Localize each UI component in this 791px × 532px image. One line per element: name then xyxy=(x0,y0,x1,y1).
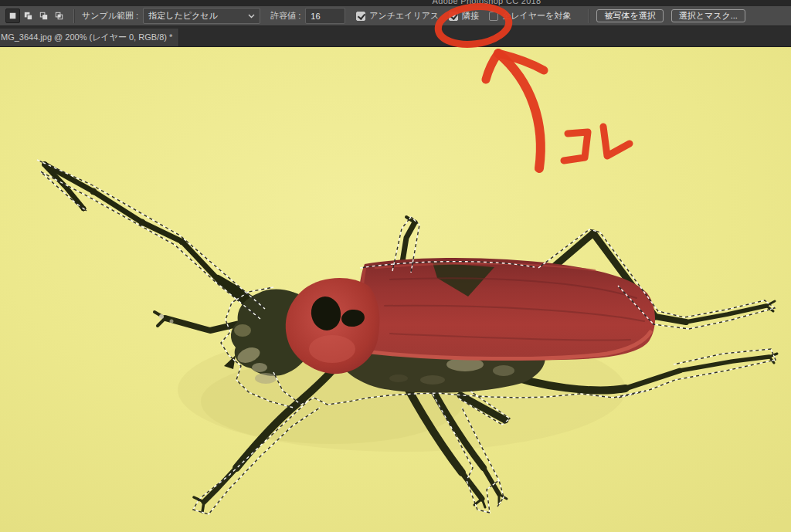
window-title: Adobe Photoshop CC 2018 xyxy=(433,0,541,5)
contiguous-label: 隣接 xyxy=(462,10,479,22)
subtract-selection-icon xyxy=(38,10,49,22)
beetle-image xyxy=(0,46,791,532)
tolerance-input[interactable]: 16 xyxy=(305,8,345,24)
photoshop-window: { "window": { "title": "Adobe Photoshop … xyxy=(0,0,791,532)
checkbox-antialias[interactable]: アンチエイリアス xyxy=(356,10,439,22)
contiguous-checkbox[interactable] xyxy=(449,12,458,21)
chevron-down-icon xyxy=(248,14,255,19)
document-canvas[interactable] xyxy=(0,46,791,532)
sample-all-layers-checkbox[interactable] xyxy=(489,12,498,21)
document-tab-bar: MG_3644.jpg @ 200% (レイヤー 0, RGB/8) * xyxy=(0,26,791,47)
antialias-checkbox[interactable] xyxy=(356,12,365,21)
subtract-from-selection-tool[interactable] xyxy=(36,8,51,23)
sample-all-layers-label: 全レイヤーを対象 xyxy=(502,10,571,22)
document-tab-title: MG_3644.jpg @ 200% (レイヤー 0, RGB/8) * xyxy=(1,32,172,43)
add-to-selection-tool[interactable] xyxy=(21,8,36,23)
tolerance-value: 16 xyxy=(311,12,320,21)
intersect-selection-tool[interactable] xyxy=(52,8,66,23)
tool-options-bar: サンプル範囲 : 指定したピクセル 許容値 : 16 アンチエイリアス 隣接 全… xyxy=(0,6,791,26)
select-and-mask-button[interactable]: 選択とマスク... xyxy=(671,9,745,22)
new-selection-icon xyxy=(7,10,19,22)
divider xyxy=(588,9,589,23)
checkbox-sample-all-layers[interactable]: 全レイヤーを対象 xyxy=(489,10,571,22)
tolerance-label: 許容値 : xyxy=(270,10,300,22)
add-selection-icon xyxy=(22,10,34,22)
sample-range-dropdown[interactable]: 指定したピクセル xyxy=(143,8,260,24)
intersect-selection-icon xyxy=(53,10,65,22)
antialias-label: アンチエイリアス xyxy=(369,10,439,22)
sample-range-label: サンプル範囲 : xyxy=(82,10,138,22)
window-titlebar: Adobe Photoshop CC 2018 xyxy=(0,0,791,6)
checkbox-contiguous[interactable]: 隣接 xyxy=(449,10,479,22)
divider xyxy=(73,9,75,23)
selection-mode-tools xyxy=(5,8,66,23)
select-subject-button[interactable]: 被写体を選択 xyxy=(596,9,663,22)
sample-range-value: 指定したピクセル xyxy=(148,10,218,22)
document-tab[interactable]: MG_3644.jpg @ 200% (レイヤー 0, RGB/8) * xyxy=(0,29,179,46)
new-selection-tool[interactable] xyxy=(5,8,20,23)
